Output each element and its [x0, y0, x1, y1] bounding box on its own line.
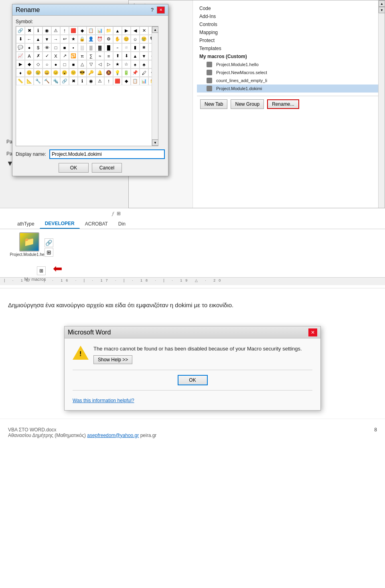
- symbol-cell[interactable]: !: [60, 26, 69, 35]
- symbol-cell[interactable]: ▲: [113, 26, 122, 35]
- symbol-cell[interactable]: 😊: [122, 35, 131, 43]
- symbol-cell[interactable]: ✕: [140, 26, 148, 35]
- symbol-cell[interactable]: ⬇: [122, 52, 131, 60]
- close-dialog-btn[interactable]: ✕: [157, 6, 165, 14]
- symbol-cell[interactable]: □: [51, 43, 60, 52]
- symbol-cell[interactable]: △: [78, 60, 87, 68]
- developer-menu-item[interactable]: Controls: [197, 20, 381, 28]
- rename-btn[interactable]: Rename...: [267, 99, 299, 109]
- symbol-cell[interactable]: 📊: [140, 77, 148, 85]
- macro-item[interactable]: Project.Module1.dokimi: [197, 85, 381, 93]
- grid-btn[interactable]: ⊞: [45, 248, 53, 257]
- symbol-cell[interactable]: ▶: [16, 60, 25, 68]
- symbol-scrollbar[interactable]: ▲ ▼: [152, 26, 158, 146]
- symbol-cell[interactable]: ▼: [140, 52, 148, 60]
- symbol-cell[interactable]: ◇: [34, 60, 43, 68]
- symbol-cell[interactable]: 🔗: [16, 26, 25, 35]
- macro-item[interactable]: Project.NewMacros.select: [197, 68, 381, 77]
- symbol-cell[interactable]: 🔧: [34, 77, 43, 85]
- symbol-cell[interactable]: ■: [69, 60, 78, 68]
- symbol-cell[interactable]: ▲: [34, 35, 43, 43]
- scroll-down-btn[interactable]: ▼: [379, 7, 385, 13]
- symbol-cell[interactable]: ▷: [104, 60, 113, 68]
- options-scrollbar[interactable]: ▲ ▼: [378, 0, 385, 208]
- symbol-cell[interactable]: ◉: [87, 77, 95, 85]
- ribbon-tab[interactable]: athType: [12, 219, 40, 229]
- symbol-cell[interactable]: ✋: [113, 35, 122, 43]
- symbol-cell[interactable]: ✖: [69, 77, 78, 85]
- symbol-cell[interactable]: ▓: [95, 43, 104, 52]
- symbol-cell[interactable]: ▲: [131, 52, 140, 60]
- ribbon-tab[interactable]: Din: [113, 219, 131, 229]
- symbol-cell[interactable]: A: [25, 52, 34, 60]
- symbol-cell[interactable]: 💡: [113, 68, 122, 77]
- symbol-cell[interactable]: ◁: [95, 60, 104, 68]
- dialog-cancel-btn[interactable]: Cancel: [92, 163, 122, 173]
- msword-ok-btn[interactable]: OK: [178, 375, 208, 385]
- symbol-cell[interactable]: 😄: [43, 68, 51, 77]
- symbol-cell[interactable]: 🔁: [69, 52, 78, 60]
- msword-close-btn[interactable]: ✕: [308, 328, 317, 336]
- ribbon-tab[interactable]: DEVELOPER: [40, 219, 80, 229]
- symbol-cell[interactable]: ☆: [122, 60, 131, 68]
- symbol-cell[interactable]: ⬆: [113, 52, 122, 60]
- new-group-btn[interactable]: New Group: [231, 99, 264, 109]
- symbol-cell[interactable]: 📈: [16, 52, 25, 60]
- dialog-ok-btn[interactable]: OK: [59, 163, 89, 173]
- symbol-cell[interactable]: ℹ: [78, 77, 87, 85]
- symbol-cell[interactable]: 📋: [87, 26, 95, 35]
- symbol-cell[interactable]: ◆: [78, 26, 87, 35]
- symbol-cell[interactable]: 😢: [34, 68, 43, 77]
- developer-menu-item[interactable]: Protect: [197, 36, 381, 44]
- helpful-link[interactable]: Was this information helpful?: [73, 398, 134, 403]
- symbol-cell[interactable]: ▒: [87, 43, 95, 52]
- symbol-scroll-down[interactable]: ▼: [152, 139, 158, 146]
- developer-menu-item[interactable]: Code: [197, 4, 381, 12]
- symbol-cell[interactable]: 👤: [87, 35, 95, 43]
- symbol-cell[interactable]: ↩: [60, 35, 69, 43]
- symbol-cell[interactable]: 📊: [95, 26, 104, 35]
- symbol-cell[interactable]: 💬: [16, 43, 25, 52]
- symbol-cell[interactable]: ▪: [69, 43, 78, 52]
- symbol-cell[interactable]: 🔩: [51, 77, 60, 85]
- new-tab-btn[interactable]: New Tab: [200, 99, 227, 109]
- developer-menu-item[interactable]: Templates: [197, 44, 381, 52]
- symbol-cell[interactable]: ◆: [25, 60, 34, 68]
- symbol-cell[interactable]: X: [51, 52, 60, 60]
- symbol-cell[interactable]: 😊: [25, 68, 34, 77]
- symbol-cell[interactable]: ⚠: [95, 77, 104, 85]
- symbol-cell[interactable]: !: [104, 77, 113, 85]
- symbol-cell[interactable]: ░: [78, 43, 87, 52]
- symbol-cell[interactable]: ≈: [95, 52, 104, 60]
- symbol-cell[interactable]: ▶: [122, 26, 131, 35]
- macro-big-btn[interactable]: 📁 Project.Module1.hello: [17, 232, 41, 257]
- scroll-up-btn[interactable]: ▲: [379, 0, 385, 7]
- symbol-cell[interactable]: 📁: [104, 26, 113, 35]
- symbol-cell[interactable]: 😎: [78, 68, 87, 77]
- symbol-cell[interactable]: ✗: [34, 52, 43, 60]
- symbol-cell[interactable]: 📌: [131, 68, 140, 77]
- symbol-cell[interactable]: 🖊: [140, 68, 148, 77]
- symbol-cell[interactable]: █: [104, 43, 113, 52]
- symbol-cell[interactable]: π: [78, 52, 87, 60]
- symbol-cell[interactable]: 🟥: [113, 77, 122, 85]
- symbol-cell[interactable]: ■: [60, 43, 69, 52]
- symbol-cell[interactable]: ℹ: [34, 26, 43, 35]
- symbol-cell[interactable]: 🔑: [87, 68, 95, 77]
- symbol-cell[interactable]: ○: [43, 60, 51, 68]
- symbol-cell[interactable]: $: [34, 43, 43, 52]
- symbol-cell[interactable]: →: [51, 35, 60, 43]
- symbol-cell[interactable]: ←: [25, 35, 34, 43]
- symbol-cell[interactable]: ◆: [122, 77, 131, 85]
- macro-item[interactable]: count_lines_add_empty_li: [197, 77, 381, 85]
- symbol-cell[interactable]: 🔗: [60, 77, 69, 85]
- symbol-cell[interactable]: 📏: [16, 77, 25, 85]
- developer-menu-item[interactable]: My macros (Custom): [197, 52, 381, 60]
- symbol-cell[interactable]: 🟥: [69, 26, 78, 35]
- symbol-cell[interactable]: ⚠: [51, 26, 60, 35]
- show-help-btn[interactable]: Show Help >>: [93, 355, 132, 364]
- symbol-cell[interactable]: ★: [113, 60, 122, 68]
- symbol-cell[interactable]: 😮: [60, 68, 69, 77]
- symbol-cell[interactable]: ↗: [60, 52, 69, 60]
- hierarchy-btn[interactable]: 🔗: [45, 238, 53, 247]
